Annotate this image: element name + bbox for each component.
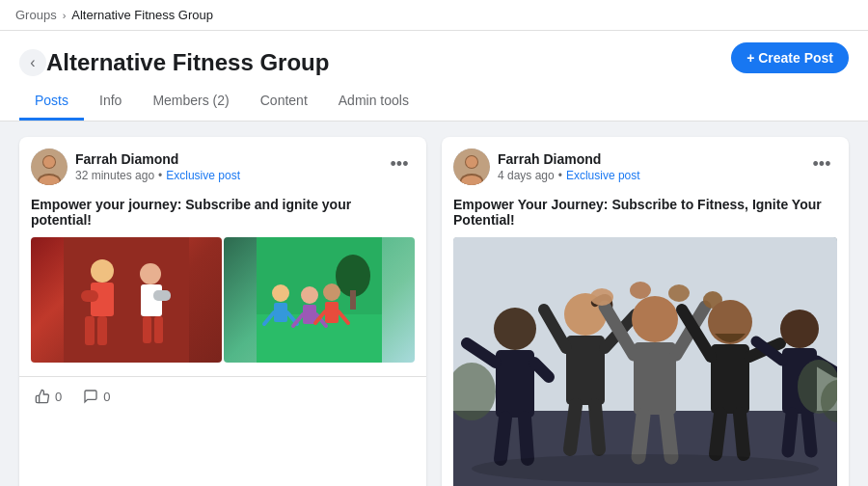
post-timestamp-2: 4 days ago — [498, 169, 555, 182]
svg-rect-25 — [303, 305, 316, 324]
svg-rect-9 — [85, 316, 95, 345]
svg-rect-10 — [97, 316, 107, 345]
more-icon-1: ••• — [391, 154, 409, 175]
svg-point-57 — [590, 288, 613, 306]
create-post-label: + Create Post — [746, 50, 833, 66]
post-image-outdoor — [224, 237, 415, 363]
svg-rect-13 — [153, 290, 171, 301]
comment-button-1[interactable]: 0 — [79, 385, 114, 408]
svg-point-59 — [668, 284, 690, 302]
post-author-info-1: Farrah Diamond 32 minutes ago • Exclusiv… — [31, 148, 240, 185]
comment-count-1: 0 — [103, 390, 110, 404]
post-timestamp-1: 32 minutes ago — [75, 169, 154, 182]
svg-rect-15 — [154, 316, 163, 343]
post-image-highfive — [453, 237, 837, 486]
post-card-2: Farrah Diamond 4 days ago • Exclusive po… — [442, 137, 849, 486]
post-image-boxing — [31, 237, 222, 363]
tab-members[interactable]: Members (2) — [137, 83, 244, 121]
svg-line-72 — [807, 414, 811, 451]
svg-rect-5 — [64, 237, 189, 363]
svg-point-28 — [323, 284, 340, 301]
like-icon-1 — [35, 389, 50, 404]
post-meta-1: 32 minutes ago • Exclusive post — [75, 169, 240, 182]
posts-feed: Farrah Diamond 32 minutes ago • Exclusiv… — [0, 122, 868, 486]
breadcrumb-current-group: Alternative Fitness Group — [71, 8, 213, 22]
author-text-2: Farrah Diamond 4 days ago • Exclusive po… — [498, 151, 640, 182]
svg-point-73 — [472, 454, 819, 483]
breadcrumb: Groups › Alternative Fitness Group — [0, 0, 868, 31]
svg-point-67 — [780, 310, 819, 348]
avatar-1 — [31, 148, 68, 185]
back-icon: ‹ — [30, 54, 35, 71]
boxing-image — [31, 237, 222, 363]
svg-point-51 — [632, 296, 678, 342]
tab-posts[interactable]: Posts — [19, 83, 84, 121]
back-button[interactable]: ‹ — [19, 49, 46, 76]
author-text-1: Farrah Diamond 32 minutes ago • Exclusiv… — [75, 151, 240, 182]
svg-line-49 — [570, 405, 576, 449]
post-meta-2: 4 days ago • Exclusive post — [498, 169, 640, 182]
avatar-2 — [453, 148, 490, 185]
svg-point-11 — [140, 263, 161, 284]
exclusive-tag-1[interactable]: Exclusive post — [166, 169, 240, 182]
svg-rect-52 — [634, 342, 676, 415]
post-text-2: Empower Your Journey: Subscribe to Fitne… — [442, 193, 849, 237]
svg-point-6 — [91, 259, 114, 283]
like-button-1[interactable]: 0 — [31, 385, 66, 408]
svg-point-20 — [272, 284, 289, 302]
svg-line-44 — [525, 418, 528, 459]
svg-point-39 — [494, 308, 536, 350]
post-footer-1: 0 0 — [19, 376, 426, 416]
svg-line-65 — [716, 414, 720, 454]
tabs-row: Posts Info Members (2) Content Admin too… — [19, 83, 849, 121]
svg-rect-19 — [350, 290, 356, 310]
tab-admin-tools[interactable]: Admin tools — [323, 83, 424, 121]
post-header-2: Farrah Diamond 4 days ago • Exclusive po… — [442, 137, 849, 193]
svg-rect-46 — [566, 336, 605, 405]
svg-rect-62 — [711, 344, 749, 414]
svg-rect-21 — [274, 303, 287, 322]
post-author-info-2: Farrah Diamond 4 days ago • Exclusive po… — [453, 148, 640, 185]
tab-info[interactable]: Info — [84, 83, 137, 121]
post-image-container-2 — [442, 237, 849, 486]
more-icon-2: ••• — [813, 154, 831, 175]
post-header-1: Farrah Diamond 32 minutes ago • Exclusiv… — [19, 137, 426, 193]
comment-icon-1 — [83, 389, 98, 404]
outdoor-image — [224, 237, 415, 363]
svg-line-56 — [666, 415, 671, 457]
svg-point-58 — [630, 282, 651, 299]
svg-line-55 — [638, 415, 643, 457]
exclusive-tag-2[interactable]: Exclusive post — [566, 169, 640, 182]
author-name-2: Farrah Diamond — [498, 151, 640, 167]
svg-rect-14 — [143, 316, 151, 343]
svg-rect-40 — [496, 350, 534, 418]
svg-line-71 — [788, 414, 792, 451]
svg-line-66 — [740, 414, 744, 454]
svg-point-35 — [466, 156, 477, 168]
tab-content[interactable]: Content — [245, 83, 323, 121]
author-name-1: Farrah Diamond — [75, 151, 240, 167]
svg-rect-29 — [325, 302, 339, 323]
svg-line-50 — [595, 405, 599, 449]
svg-point-24 — [301, 286, 318, 304]
more-options-button-2[interactable]: ••• — [806, 148, 837, 179]
breadcrumb-groups-link[interactable]: Groups — [15, 8, 57, 22]
create-post-button[interactable]: + Create Post — [731, 42, 849, 73]
svg-line-43 — [501, 418, 505, 459]
like-count-1: 0 — [55, 390, 62, 404]
more-options-button-1[interactable]: ••• — [384, 148, 415, 179]
post-card-1: Farrah Diamond 32 minutes ago • Exclusiv… — [19, 137, 426, 486]
svg-point-3 — [43, 156, 55, 168]
post-images-1 — [19, 237, 426, 372]
post-text-1: Empower your journey: Subscribe and igni… — [19, 193, 426, 237]
header-title-row: ‹ Alternative Fitness Group + Create Pos… — [19, 42, 849, 83]
breadcrumb-separator: › — [63, 10, 67, 21]
svg-rect-8 — [81, 290, 98, 302]
group-header: ‹ Alternative Fitness Group + Create Pos… — [0, 31, 868, 122]
group-title: Alternative Fitness Group — [46, 49, 329, 76]
